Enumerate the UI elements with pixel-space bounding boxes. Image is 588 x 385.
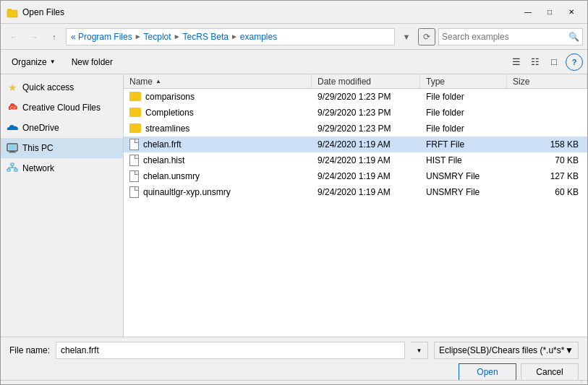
svg-text:Cc: Cc (10, 105, 17, 111)
breadcrumb-program-files[interactable]: Program Files (78, 32, 132, 42)
filename-input[interactable] (56, 342, 405, 359)
dialog-title: Open Files (22, 7, 518, 17)
breadcrumb[interactable]: « Program Files ► Tecplot ► TecRS Beta ►… (66, 28, 395, 46)
filename-row: File name: ▼ Eclipse(SLB)/Chears files (… (9, 342, 579, 359)
search-box: 🔍 (438, 28, 583, 46)
breadcrumb-tecrs-beta[interactable]: TecRS Beta (183, 32, 229, 42)
filename-dropdown-button[interactable]: ▼ (411, 342, 428, 359)
svg-rect-9 (7, 169, 10, 171)
file-type-cell: HIST File (420, 155, 507, 165)
table-row[interactable]: Completions 9/29/2020 1:23 PM File folde… (124, 105, 587, 121)
file-type-cell: File folder (420, 124, 507, 134)
file-icon (129, 186, 139, 198)
column-header-name[interactable]: Name ▲ (124, 74, 312, 88)
sidebar-label-quick-access: Quick access (22, 82, 74, 92)
organize-label: Organize (12, 57, 47, 67)
breadcrumb-tecplot[interactable]: Tecplot (144, 32, 171, 42)
file-name-cell: quinaultlgr-xyp.unsmry (124, 186, 312, 198)
sidebar-item-creative-cloud[interactable]: Cc Creative Cloud Files (1, 98, 123, 118)
search-input[interactable] (442, 32, 568, 42)
file-name-text: streamlines (145, 124, 189, 134)
refresh-button[interactable]: ⟳ (418, 28, 435, 46)
file-name-text: comparisons (145, 92, 195, 102)
breadcrumb-sep-1: ► (135, 33, 142, 40)
file-type-cell: File folder (420, 108, 507, 118)
this-pc-icon (7, 142, 18, 154)
filetype-select[interactable]: Eclipse(SLB)/Chears files (*.u*s* ▼ (434, 342, 579, 359)
file-size-cell: 127 KB (507, 171, 587, 181)
file-name-text: Completions (145, 108, 194, 118)
file-type-cell: File folder (420, 92, 507, 102)
view-preview-button[interactable]: □ (545, 53, 563, 71)
file-name-cell: streamlines (124, 124, 312, 134)
new-folder-button[interactable]: New folder (65, 53, 119, 71)
file-name-cell: comparisons (124, 92, 312, 102)
file-list: comparisons 9/29/2020 1:23 PM File folde… (124, 89, 587, 337)
cancel-button[interactable]: Cancel (521, 363, 579, 381)
open-button[interactable]: Open (459, 363, 516, 381)
table-row[interactable]: comparisons 9/29/2020 1:23 PM File folde… (124, 89, 587, 105)
filetype-value: Eclipse(SLB)/Chears files (*.u*s* (439, 345, 564, 355)
column-header-date[interactable]: Date modified (312, 74, 420, 88)
table-row[interactable]: chelan.hist 9/24/2020 1:19 AM HIST File … (124, 152, 587, 168)
file-date-cell: 9/24/2020 1:19 AM (312, 155, 420, 165)
view-details-button[interactable]: ☷ (527, 53, 544, 71)
table-row[interactable]: chelan.frft 9/24/2020 1:19 AM FRFT File … (124, 137, 587, 152)
svg-rect-6 (10, 151, 14, 152)
table-row[interactable]: quinaultlgr-xyp.unsmry 9/24/2020 1:19 AM… (124, 184, 587, 200)
action-buttons: Open Cancel (459, 363, 579, 381)
sort-arrow-icon: ▲ (155, 78, 161, 85)
sidebar-item-network[interactable]: Network (1, 158, 123, 178)
file-list-header: Name ▲ Date modified Type Size (124, 74, 587, 89)
column-header-type[interactable]: Type (420, 74, 507, 88)
sidebar: ★ Quick access Cc Creative Cloud Files (1, 74, 124, 337)
file-icon (129, 170, 139, 182)
network-icon (7, 163, 18, 174)
file-date-cell: 9/24/2020 1:19 AM (312, 171, 420, 181)
file-name-cell: chelan.hist (124, 155, 312, 166)
organize-button[interactable]: Organize ▼ (5, 53, 62, 71)
sidebar-item-quick-access[interactable]: ★ Quick access (1, 77, 123, 98)
breadcrumb-sep-2: ► (174, 33, 181, 40)
folder-icon (129, 92, 141, 101)
resize-handle[interactable]: ⋮ (1, 380, 587, 384)
file-type-cell: UNSMRY File (420, 187, 507, 197)
table-row[interactable]: streamlines 9/29/2020 1:23 PM File folde… (124, 121, 587, 137)
file-date-cell: 9/24/2020 1:19 AM (312, 187, 420, 197)
toolbar: Organize ▼ New folder ☰ ☷ □ ? (1, 50, 587, 74)
column-header-size[interactable]: Size (507, 74, 587, 88)
dialog-icon (7, 7, 18, 18)
file-name-label: File name: (9, 345, 50, 355)
onedrive-icon (7, 122, 18, 134)
window-controls: — □ ✕ (518, 5, 581, 20)
bottom-bar: File name: ▼ Eclipse(SLB)/Chears files (… (1, 337, 587, 380)
search-icon[interactable]: 🔍 (568, 32, 579, 42)
file-name-cell: chelan.unsmry (124, 170, 312, 182)
file-size-cell: 70 KB (507, 155, 587, 165)
open-files-dialog: Open Files — □ ✕ ← → ↑ « Program Files ►… (0, 0, 588, 385)
sidebar-label-network: Network (22, 163, 54, 173)
file-type-cell: UNSMRY File (420, 171, 507, 181)
file-date-cell: 9/29/2020 1:23 PM (312, 92, 420, 102)
sidebar-item-this-pc[interactable]: This PC (1, 138, 123, 158)
view-list-button[interactable]: ☰ (508, 53, 525, 71)
sidebar-item-onedrive[interactable]: OneDrive (1, 118, 123, 138)
table-row[interactable]: chelan.unsmry 9/24/2020 1:19 AM UNSMRY F… (124, 168, 587, 184)
new-folder-label: New folder (72, 57, 113, 67)
up-button[interactable]: ↑ (46, 28, 63, 46)
file-date-cell: 9/29/2020 1:23 PM (312, 124, 420, 134)
file-list-area: Name ▲ Date modified Type Size compariso… (124, 74, 587, 337)
minimize-button[interactable]: — (518, 5, 538, 20)
svg-rect-10 (14, 169, 17, 171)
close-button[interactable]: ✕ (561, 5, 581, 20)
forward-button[interactable]: → (25, 28, 43, 46)
breadcrumb-examples[interactable]: examples (240, 32, 277, 42)
file-size-cell: 60 KB (507, 187, 587, 197)
maximize-button[interactable]: □ (540, 5, 560, 20)
help-button[interactable]: ? (566, 53, 583, 71)
dropdown-button[interactable]: ▼ (398, 28, 415, 46)
file-name-text: chelan.unsmry (143, 171, 200, 181)
back-button[interactable]: ← (5, 28, 22, 46)
main-content: ★ Quick access Cc Creative Cloud Files (1, 74, 587, 337)
sidebar-label-creative-cloud: Creative Cloud Files (22, 103, 101, 113)
